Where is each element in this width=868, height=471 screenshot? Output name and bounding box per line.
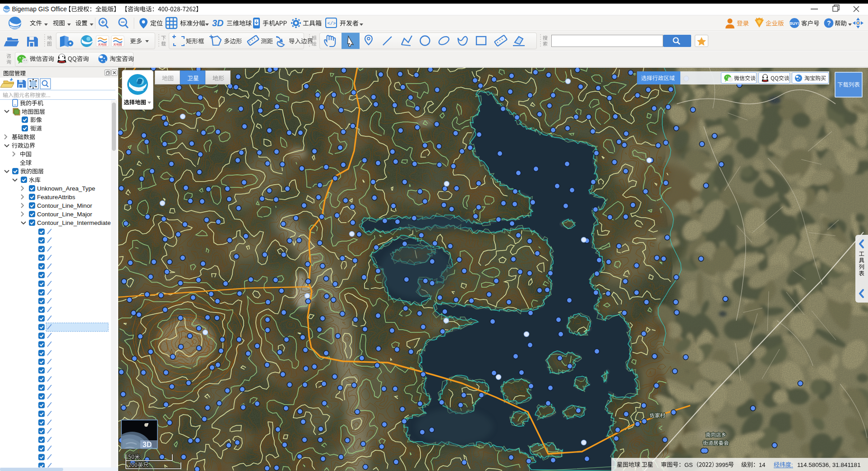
svg-text:FeatureAttribs: FeatureAttribs — [37, 194, 75, 201]
svg-text:3995: 3995 — [716, 462, 729, 468]
svg-text:Contour_Line_Major: Contour_Line_Major — [37, 211, 92, 218]
svg-text:Unknown_Area_Type: Unknown_Area_Type — [37, 185, 95, 192]
svg-text:Bigemap GIS Office: Bigemap GIS Office — [12, 6, 67, 13]
svg-text:14: 14 — [759, 462, 765, 468]
svg-text:Contour_Line_Minor: Contour_Line_Minor — [37, 202, 92, 209]
svg-text:?: ? — [827, 19, 831, 27]
svg-text:3D: 3D — [212, 18, 224, 28]
svg-text:Contour_Line_Intermediate: Contour_Line_Intermediate — [37, 219, 111, 226]
svg-text:114.580536, 31.841181: 114.580536, 31.841181 — [797, 462, 861, 468]
svg-text:3D: 3D — [143, 441, 152, 448]
svg-text:GS: GS — [684, 462, 693, 468]
svg-text:</>: </> — [328, 21, 336, 26]
svg-text:BUY!: BUY! — [790, 21, 799, 26]
svg-text::: : — [791, 462, 793, 468]
